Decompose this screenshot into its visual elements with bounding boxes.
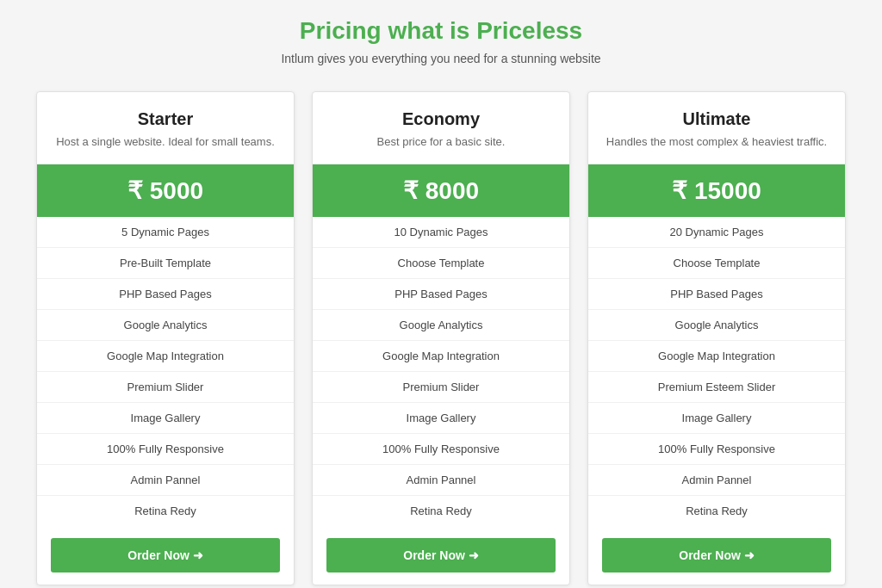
feature-item: Retina Redy	[37, 496, 294, 526]
plan-price-ultimate: ₹ 15000	[588, 164, 845, 217]
plan-features-economy: 10 Dynamic Pages Choose Template PHP Bas…	[313, 217, 569, 526]
plan-footer-ultimate: Order Now ➜	[588, 526, 845, 585]
feature-item: Retina Redy	[588, 496, 845, 526]
plan-price-economy: ₹ 8000	[313, 164, 569, 217]
page-title: Pricing what is Priceless	[19, 17, 863, 45]
order-button-economy[interactable]: Order Now ➜	[326, 538, 556, 573]
feature-item: 100% Fully Responsive	[588, 434, 845, 465]
feature-item: Premium Slider	[313, 372, 569, 403]
plan-features-ultimate: 20 Dynamic Pages Choose Template PHP Bas…	[588, 217, 845, 526]
page-subtitle: Intlum gives you everything you need for…	[19, 52, 863, 65]
feature-item: Premium Slider	[37, 372, 294, 403]
feature-item: 100% Fully Responsive	[37, 434, 294, 465]
feature-item: Admin Pannel	[588, 465, 845, 496]
plan-card-starter: Starter Host a single website. Ideal for…	[36, 91, 295, 585]
plan-header-starter: Starter Host a single website. Ideal for…	[37, 92, 294, 164]
plan-header-ultimate: Ultimate Handles the most complex & heav…	[588, 92, 845, 164]
plan-footer-starter: Order Now ➜	[37, 526, 294, 585]
feature-item: PHP Based Pages	[313, 279, 569, 310]
plan-footer-economy: Order Now ➜	[313, 526, 569, 585]
feature-item: Image Gallery	[313, 403, 569, 434]
order-button-ultimate[interactable]: Order Now ➜	[602, 538, 831, 573]
plan-header-economy: Economy Best price for a basic site.	[313, 92, 569, 164]
feature-item: Premium Esteem Slider	[588, 372, 845, 403]
feature-item: PHP Based Pages	[588, 279, 845, 310]
plan-features-starter: 5 Dynamic Pages Pre-Built Template PHP B…	[37, 217, 294, 526]
plan-description-economy: Best price for a basic site.	[326, 134, 556, 150]
plan-price-starter: ₹ 5000	[37, 164, 294, 217]
plan-name-ultimate: Ultimate	[602, 109, 831, 129]
feature-item: Image Gallery	[588, 403, 845, 434]
feature-item: Retina Redy	[313, 496, 569, 526]
feature-item: Google Map Integration	[37, 341, 294, 372]
feature-item: 10 Dynamic Pages	[313, 217, 569, 248]
plan-card-ultimate: Ultimate Handles the most complex & heav…	[587, 91, 846, 585]
feature-item: Google Analytics	[588, 310, 845, 341]
feature-item: Choose Template	[588, 248, 845, 279]
feature-item: PHP Based Pages	[37, 279, 294, 310]
order-button-starter[interactable]: Order Now ➜	[51, 538, 280, 573]
plan-name-economy: Economy	[326, 109, 556, 129]
page-header: Pricing what is Priceless Intlum gives y…	[19, 17, 863, 65]
plan-name-starter: Starter	[51, 109, 280, 129]
feature-item: Admin Pannel	[37, 465, 294, 496]
feature-item: Admin Pannel	[313, 465, 569, 496]
feature-item: Google Map Integration	[313, 341, 569, 372]
feature-item: Google Analytics	[37, 310, 294, 341]
pricing-page: Pricing what is Priceless Intlum gives y…	[19, 17, 863, 585]
plan-description-ultimate: Handles the most complex & heaviest traf…	[602, 134, 831, 150]
plan-card-economy: Economy Best price for a basic site. ₹ 8…	[312, 91, 570, 585]
plan-description-starter: Host a single website. Ideal for small t…	[51, 134, 280, 150]
feature-item: 5 Dynamic Pages	[37, 217, 294, 248]
feature-item: Google Analytics	[313, 310, 569, 341]
feature-item: Pre-Built Template	[37, 248, 294, 279]
feature-item: 100% Fully Responsive	[313, 434, 569, 465]
plans-container: Starter Host a single website. Ideal for…	[19, 91, 863, 585]
feature-item: 20 Dynamic Pages	[588, 217, 845, 248]
feature-item: Choose Template	[313, 248, 569, 279]
feature-item: Google Map Integration	[588, 341, 845, 372]
feature-item: Image Gallery	[37, 403, 294, 434]
